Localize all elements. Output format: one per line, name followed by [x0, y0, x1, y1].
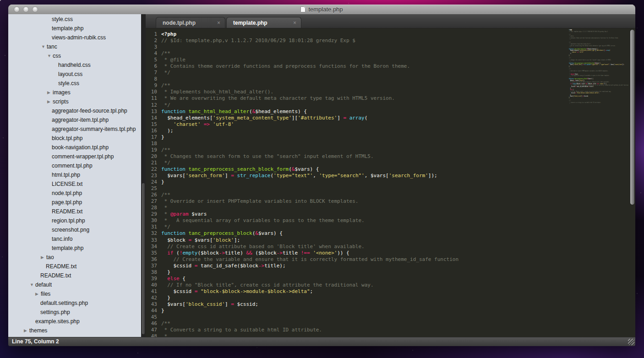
code-line[interactable]: 19/** [146, 147, 635, 153]
editor-scrollbar-thumb[interactable] [630, 29, 635, 205]
code-line[interactable]: 16 ); [146, 128, 635, 134]
code-line[interactable]: 12 */ [146, 102, 635, 108]
tree-file-aggregator-summary-items.tpl.php[interactable]: aggregator-summary-items.tpl.php [8, 125, 141, 134]
tree-file-screenshot.png[interactable]: screenshot.png [8, 225, 141, 234]
code-line[interactable]: 31 */ [146, 224, 635, 230]
tree-folder-tanc[interactable]: ▼tanc [8, 42, 141, 51]
tree-folder-scripts[interactable]: ▶scripts [8, 97, 141, 106]
tree-file-LICENSE.txt[interactable]: LICENSE.txt [8, 179, 141, 189]
tree-file-template.php[interactable]: template.php [8, 244, 141, 253]
tree-file-README.txt[interactable]: README.txt [8, 207, 141, 216]
code-line[interactable]: 23 $vars['search_form'] = str_replace('t… [146, 173, 635, 179]
code-line[interactable]: 28 * [146, 205, 635, 211]
disclosure-triangle-down-icon[interactable]: ▼ [41, 44, 47, 49]
code-line[interactable]: 4/** [146, 50, 635, 57]
code-line[interactable]: 30 * A sequential array of variables to … [146, 217, 635, 224]
code-line[interactable]: 3 [146, 44, 635, 50]
disclosure-triangle-down-icon[interactable]: ▼ [30, 282, 35, 287]
code-line[interactable]: 34 // Create css id attribute based on '… [146, 244, 635, 250]
disclosure-triangle-right-icon[interactable]: ▶ [35, 292, 41, 296]
disclosure-triangle-right-icon[interactable]: ▶ [24, 328, 29, 333]
code-line[interactable]: 8 [146, 76, 635, 82]
tab-template.php[interactable]: template.php× [226, 17, 301, 28]
tree-file-node.tpl.php[interactable]: node.tpl.php [8, 189, 141, 198]
code-line[interactable]: 33 $block = $vars['block']; [146, 237, 635, 244]
tree-file-style.css[interactable]: style.css [8, 15, 141, 24]
tree-file-region.tpl.php[interactable]: region.tpl.php [8, 216, 141, 225]
code-line[interactable]: 22function tanc_preprocess_search_block_… [146, 166, 635, 173]
code-line[interactable]: 2// $Id: template.php,v 1.1.2.7 2010/06/… [146, 38, 635, 44]
code-lines[interactable]: 1<?php2// $Id: template.php,v 1.1.2.7 20… [146, 31, 635, 337]
tab-node.tpl.php[interactable]: node.tpl.php× [156, 17, 225, 28]
code-line[interactable]: 45 [146, 314, 635, 320]
code-line[interactable]: 9/** [146, 82, 635, 89]
code-line[interactable]: 48 * [146, 333, 635, 337]
code-line[interactable]: 40 // If no "Block title", create css id… [146, 282, 635, 288]
code-line[interactable]: 39 else { [146, 276, 635, 282]
sidebar-scrollbar[interactable] [141, 14, 146, 337]
tree-file-template.php[interactable]: template.php [8, 24, 141, 33]
code-line[interactable]: 47 * Converts a string to a suitable htm… [146, 327, 635, 333]
code-line[interactable]: 6 * Contains theme override functions an… [146, 63, 635, 70]
tree-file-aggregator-feed-source.tpl.php[interactable]: aggregator-feed-source.tpl.php [8, 106, 141, 115]
code-line[interactable]: 18 [146, 141, 635, 147]
close-button[interactable] [14, 6, 20, 12]
tree-file-html.tpl.php[interactable]: html.tpl.php [8, 170, 141, 179]
resize-grip[interactable] [628, 339, 634, 345]
tree-file-handheld.css[interactable]: handheld.css [8, 60, 141, 70]
tab-close-icon[interactable]: × [217, 20, 220, 26]
code-line[interactable]: 29 * @param $vars [146, 211, 635, 217]
tree-file-block.tpl.php[interactable]: block.tpl.php [8, 134, 141, 143]
code-line[interactable]: 13function tanc_html_head_alter(&$head_e… [146, 108, 635, 115]
code-line[interactable]: 41 $cssid = "block-$block->module-$block… [146, 288, 635, 295]
tree-file-comment.tpl.php[interactable]: comment.tpl.php [8, 161, 141, 170]
code-line[interactable]: 32function tanc_preprocess_block(&$vars)… [146, 230, 635, 237]
tree-file-views-admin-rubik.css[interactable]: views-admin-rubik.css [8, 33, 141, 42]
code-line[interactable]: 43 $vars['block_cssid'] = $cssid; [146, 301, 635, 308]
code-line[interactable]: 1<?php [146, 31, 635, 38]
tree-folder-themes[interactable]: ▶themes [8, 326, 141, 335]
editor-scrollbar[interactable] [629, 28, 635, 337]
code-line[interactable]: 7 */ [146, 70, 635, 76]
code-line[interactable]: 26/** [146, 192, 635, 198]
code-line[interactable]: 37 $cssid = tanc_id_safe($block->title); [146, 263, 635, 269]
code-line[interactable]: 17} [146, 134, 635, 141]
sidebar-scrollbar-thumb[interactable] [142, 183, 145, 334]
tree-folder-tao[interactable]: ▶tao [8, 253, 141, 262]
code-line[interactable]: 5 * @file [146, 57, 635, 63]
tree-file-settings.php[interactable]: settings.php [8, 308, 141, 317]
code-line[interactable]: 42 } [146, 295, 635, 301]
tree-file-tanc.info[interactable]: tanc.info [8, 234, 141, 244]
tree-file-page.tpl.php[interactable]: page.tpl.php [8, 198, 141, 207]
title-bar[interactable]: template.php [8, 5, 635, 14]
tree-folder-images[interactable]: ▶images [8, 88, 141, 97]
code-line[interactable]: 38 } [146, 269, 635, 276]
code-line[interactable]: 27 * Override or insert PHPTemplate vari… [146, 198, 635, 205]
minimize-button[interactable] [23, 6, 29, 12]
zoom-button[interactable] [32, 6, 38, 12]
code-line[interactable]: 15 'charset' => 'utf-8' [146, 121, 635, 128]
disclosure-triangle-down-icon[interactable]: ▼ [47, 54, 53, 58]
code-line[interactable]: 25 [146, 185, 635, 192]
code-line[interactable]: 10 * Implements hook_html_head_alter(). [146, 89, 635, 95]
tab-close-icon[interactable]: × [293, 20, 296, 26]
tree-file-layout.css[interactable]: layout.css [8, 70, 141, 79]
code-line[interactable]: 14 $head_elements['system_meta_content_t… [146, 115, 635, 121]
tree-file-example.sites.php[interactable]: example.sites.php [8, 317, 141, 326]
code-line[interactable]: 21 */ [146, 160, 635, 166]
tree-file-style.css[interactable]: style.css [8, 79, 141, 88]
code-line[interactable]: 35 if (!empty($block->title) && ($block-… [146, 250, 635, 256]
minimap[interactable]: <?php// $Id: template.php,v 1.1.2.7 2010… [569, 29, 629, 337]
tree-file-comment-wrapper.tpl.php[interactable]: comment-wrapper.tpl.php [8, 152, 141, 161]
disclosure-triangle-right-icon[interactable]: ▶ [47, 99, 53, 104]
tree-folder-css[interactable]: ▼css [8, 51, 141, 60]
code-line[interactable]: 11 * We are overwriting the default meta… [146, 95, 635, 102]
code-line[interactable]: 24} [146, 179, 635, 185]
tree-file-README.txt[interactable]: README.txt [8, 262, 141, 271]
code-line[interactable]: 46/** [146, 320, 635, 327]
code-line[interactable]: 20 * Changes the search form to use the … [146, 153, 635, 160]
tree-file-aggregator-item.tpl.php[interactable]: aggregator-item.tpl.php [8, 115, 141, 125]
code-line[interactable]: 44} [146, 308, 635, 314]
tree-folder-default[interactable]: ▼default [8, 280, 141, 289]
tree-file-default.settings.php[interactable]: default.settings.php [8, 298, 141, 308]
